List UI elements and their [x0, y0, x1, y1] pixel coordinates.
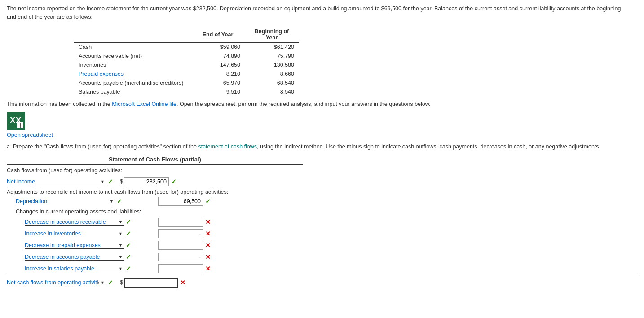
accounts-payable-input[interactable]: [158, 253, 203, 261]
inventories-dropdown-wrapper: Increase in inventories ▼: [25, 231, 124, 237]
row-label: Prepaid expenses: [74, 70, 191, 78]
statement-divider: [7, 164, 303, 165]
row-label: Accounts payable (merchandise creditors): [74, 78, 191, 87]
row-label: Accounts receivable (net): [74, 52, 191, 61]
open-spreadsheet-link[interactable]: Open spreadsheet: [7, 132, 637, 138]
accounts-receivable-dropdown-wrapper: Decrease in accounts receivable ▼: [25, 219, 124, 226]
excel-x-letter: X: [15, 115, 21, 126]
table-row: Cash $59,060 $61,420: [74, 42, 299, 52]
table-row: Accounts receivable (net) 74,890 75,790: [74, 52, 299, 61]
prepaid-expenses-row: Decrease in prepaid expenses ▼ ✓ ✕: [7, 241, 637, 250]
microsoft-excel-link[interactable]: Microsoft Excel Online file: [112, 101, 176, 107]
accounts-receivable-row: Decrease in accounts receivable ▼ ✓ ✕: [7, 218, 637, 227]
inventories-row: Increase in inventories ▼ ✓ ✕: [7, 229, 637, 238]
excel-icon-wrapper: X: [7, 112, 637, 130]
intro-text: The net income reported on the income st…: [7, 4, 626, 22]
net-income-input[interactable]: [124, 177, 169, 186]
net-cash-input[interactable]: [124, 278, 178, 288]
net-cash-x-icon: ✕: [180, 279, 185, 286]
row-label: Inventories: [74, 61, 191, 70]
row-end-val: 74,890: [191, 52, 245, 61]
accounts-receivable-check-icon: ✓: [126, 218, 131, 226]
row-end-val: 147,650: [191, 61, 245, 70]
cf-section-label: Cash flows from (used for) operating act…: [7, 167, 637, 174]
statement-title: Statement of Cash Flows (partial): [7, 156, 303, 163]
salaries-payable-x-icon: ✕: [205, 265, 211, 272]
depreciation-dropdown[interactable]: Depreciation: [16, 198, 115, 205]
accounts-payable-check-icon: ✓: [126, 253, 131, 261]
inventories-x-icon: ✕: [205, 230, 211, 237]
net-income-amount-check-icon: ✓: [171, 178, 176, 185]
changes-label: Changes in current operating assets and …: [7, 209, 637, 215]
net-income-check-icon: ✓: [108, 178, 113, 185]
accounts-payable-dropdown[interactable]: Decrease in accounts payable: [25, 254, 124, 261]
net-cash-dropdown-wrapper: Net cash flows from operating activities…: [7, 279, 106, 286]
net-cash-check-icon: ✓: [108, 279, 113, 286]
net-income-dropdown-wrapper: Net income ▼: [7, 179, 106, 185]
salaries-payable-input[interactable]: [158, 264, 203, 273]
info-text: This information has been collected in t…: [7, 101, 456, 107]
inventories-input[interactable]: [158, 229, 203, 238]
row-end-val: 65,970: [191, 78, 245, 87]
row-end-val: $59,060: [191, 42, 245, 52]
salaries-payable-check-icon: ✓: [126, 265, 131, 272]
table-row: Accounts payable (merchandise creditors)…: [74, 78, 299, 87]
row-end-val: 8,210: [191, 70, 245, 78]
net-income-dollar-sign: $: [120, 179, 123, 185]
salaries-payable-row: Increase in salaries payable ▼ ✓ ✕: [7, 264, 637, 273]
net-cash-dollar-sign: $: [120, 279, 123, 286]
accounts-receivable-dropdown[interactable]: Decrease in accounts receivable: [25, 219, 124, 226]
question-text: a. Prepare the "Cash flows from (used fo…: [7, 143, 626, 151]
statement-link[interactable]: statement of cash flows: [198, 144, 257, 150]
row-begin-val: 75,790: [245, 52, 299, 61]
excel-icon: X: [7, 112, 25, 130]
depreciation-row: Depreciation ▼ ✓ ✓: [7, 197, 637, 206]
depreciation-amount-check-icon: ✓: [205, 198, 211, 205]
depreciation-check-icon: ✓: [117, 198, 122, 205]
adjustments-label: Adjustments to reconcile net income to n…: [7, 189, 637, 195]
prepaid-expenses-dropdown[interactable]: Decrease in prepaid expenses: [25, 242, 124, 249]
table-row: Salaries payable 9,510 8,540: [74, 87, 299, 96]
accounts-payable-dropdown-wrapper: Decrease in accounts payable ▼: [25, 254, 124, 261]
row-label: Cash: [74, 42, 191, 52]
accounts-payable-row: Decrease in accounts payable ▼ ✓ ✕: [7, 253, 637, 261]
depreciation-input[interactable]: [158, 197, 203, 206]
net-income-dropdown[interactable]: Net income: [7, 179, 106, 185]
balance-table: End of Year Beginning of Year Cash $59,0…: [74, 27, 299, 96]
row-begin-val: 68,540: [245, 78, 299, 87]
inventories-dropdown[interactable]: Increase in inventories: [25, 231, 124, 237]
accounts-receivable-x-icon: ✕: [205, 218, 211, 226]
net-cash-row: Net cash flows from operating activities…: [7, 276, 637, 288]
prepaid-expenses-dropdown-wrapper: Decrease in prepaid expenses ▼: [25, 242, 124, 249]
accounts-receivable-input[interactable]: [158, 218, 203, 227]
prepaid-expenses-check-icon: ✓: [126, 242, 131, 249]
table-row: Inventories 147,650 130,580: [74, 61, 299, 70]
row-begin-val: $61,420: [245, 42, 299, 52]
row-begin-val: 130,580: [245, 61, 299, 70]
prepaid-expenses-x-icon: ✕: [205, 242, 211, 249]
row-end-val: 9,510: [191, 87, 245, 96]
col-header-end: End of Year: [191, 27, 245, 43]
col-header-begin: Beginning of Year: [245, 27, 299, 43]
row-begin-val: 8,540: [245, 87, 299, 96]
accounts-payable-x-icon: ✕: [205, 253, 211, 261]
cf-section: Cash flows from (used for) operating act…: [7, 167, 637, 288]
inventories-check-icon: ✓: [126, 230, 131, 237]
row-label: Salaries payable: [74, 87, 191, 96]
prepaid-expenses-input[interactable]: [158, 241, 203, 250]
table-row: Prepaid expenses 8,210 8,660: [74, 70, 299, 78]
row-begin-val: 8,660: [245, 70, 299, 78]
net-cash-dropdown[interactable]: Net cash flows from operating activities: [7, 279, 106, 286]
depreciation-dropdown-wrapper: Depreciation ▼: [16, 198, 115, 205]
net-income-row: Net income ▼ ✓ $ ✓: [7, 177, 637, 186]
salaries-payable-dropdown-wrapper: Increase in salaries payable ▼: [25, 266, 124, 272]
salaries-payable-dropdown[interactable]: Increase in salaries payable: [25, 266, 124, 272]
